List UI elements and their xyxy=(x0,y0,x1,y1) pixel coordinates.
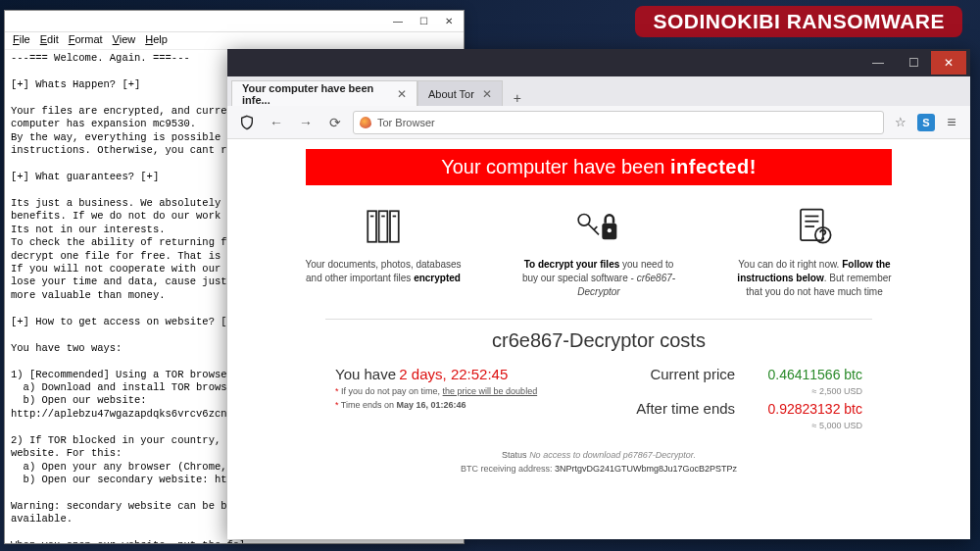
divider xyxy=(325,319,872,320)
svg-rect-11 xyxy=(801,210,823,241)
svg-point-10 xyxy=(608,228,612,232)
tor-onion-icon xyxy=(360,117,371,128)
banner-text-a: Your computer have been xyxy=(441,156,670,177)
countdown-row: You have 2 days, 22:52:45 xyxy=(335,366,574,382)
col-decrypt: To decrypt your files you need to buy ou… xyxy=(515,203,682,299)
forward-button[interactable]: → xyxy=(294,111,318,134)
btc-address: 3NPrtgvDG241GTUWbmg8Ju17GocB2PSTPz xyxy=(555,464,737,474)
maximize-button[interactable]: ☐ xyxy=(411,13,436,30)
tab-strip: Your computer have been infe... ✕ About … xyxy=(227,76,970,106)
col-instructions: You can do it right now. Follow the inst… xyxy=(731,203,898,299)
note-time: * Time ends on May 16, 01:26:46 xyxy=(335,400,574,417)
note2-bold: May 16, 01:26:46 xyxy=(397,400,466,410)
menu-format[interactable]: Format xyxy=(65,32,107,49)
menu-edit[interactable]: Edit xyxy=(36,32,63,49)
browser-window: — ☐ ✕ Your computer have been infe... ✕ … xyxy=(227,49,970,539)
menu-view[interactable]: View xyxy=(109,32,140,49)
reload-button[interactable]: ⟳ xyxy=(323,111,347,134)
status-footer: Status No access to download p67867-Decr… xyxy=(227,448,970,476)
note2-text: Time ends on xyxy=(339,400,397,410)
extension-icon[interactable]: S xyxy=(917,114,935,131)
current-price-value: 0.46411566 btc xyxy=(767,367,862,382)
document-question-icon xyxy=(731,203,898,250)
status-value: No access to download p67867-Decryptor. xyxy=(529,450,696,460)
key-lock-icon xyxy=(515,203,682,250)
note-pay: * If you do not pay on time, the price w… xyxy=(335,386,574,396)
url-bar[interactable]: Tor Browser xyxy=(353,111,884,134)
tab-about-tor[interactable]: About Tor ✕ xyxy=(417,80,503,106)
url-text: Tor Browser xyxy=(377,117,435,128)
menu-file[interactable]: File xyxy=(9,32,34,49)
countdown-value: 2 days, 22:52:45 xyxy=(399,366,508,382)
current-price-label: Current price xyxy=(650,366,735,382)
infected-banner: Your computer have been infected! xyxy=(306,149,892,185)
close-button[interactable]: ✕ xyxy=(931,51,966,75)
new-tab-button[interactable]: + xyxy=(503,90,532,106)
close-icon[interactable]: ✕ xyxy=(397,87,407,101)
server-icon xyxy=(300,203,466,250)
shield-icon[interactable] xyxy=(235,111,259,134)
youhave-label: You have xyxy=(335,366,396,382)
note1-text: If you do not pay on time, xyxy=(339,386,443,396)
btc-label: BTC receiving address: xyxy=(461,464,553,474)
notepad-titlebar[interactable]: — ☐ ✕ xyxy=(5,11,464,32)
tab-infected[interactable]: Your computer have been infe... ✕ xyxy=(231,80,417,106)
after-price-label: After time ends xyxy=(636,400,735,417)
hamburger-icon[interactable]: ≡ xyxy=(941,114,962,131)
close-icon[interactable]: ✕ xyxy=(482,87,492,101)
note1-underline: the price will be doubled xyxy=(443,386,538,396)
price-grid: You have 2 days, 22:52:45 Current price … xyxy=(227,366,970,440)
svg-line-8 xyxy=(594,226,597,229)
cost-title: cr6e867-Decryptor costs xyxy=(227,329,970,352)
bookmark-icon[interactable]: ☆ xyxy=(890,112,911,133)
svg-point-6 xyxy=(578,215,590,226)
current-price-usd: ≈ 2,500 USD xyxy=(623,386,862,396)
page-content: Your computer have been infected! Your d… xyxy=(227,139,970,539)
minimize-button[interactable]: — xyxy=(860,51,896,75)
col1-bold: encrypted xyxy=(414,273,461,283)
col-encrypted: Your documents, photos, databases and ot… xyxy=(300,203,466,299)
browser-toolbar: ← → ⟳ Tor Browser ☆ S ≡ xyxy=(227,106,970,139)
back-button[interactable]: ← xyxy=(265,111,288,134)
current-price-row: Current price 0.46411566 btc xyxy=(623,366,862,382)
tab-label: Your computer have been infe... xyxy=(242,82,389,106)
close-button[interactable]: ✕ xyxy=(436,13,462,30)
menu-help[interactable]: Help xyxy=(141,32,172,49)
watermark-badge: SODINOKIBI RANSOMWARE xyxy=(635,6,962,37)
notepad-menu: File Edit Format View Help xyxy=(5,32,464,50)
after-price-usd: ≈ 5,000 USD xyxy=(623,421,862,430)
info-columns: Your documents, photos, databases and ot… xyxy=(227,203,970,313)
status-label: Status xyxy=(502,450,527,460)
after-price-row: After time ends 0.92823132 btc xyxy=(623,400,862,417)
col2-bold: To decrypt your files xyxy=(524,259,620,270)
col3-text-a: You can do it right now. xyxy=(738,259,842,270)
minimize-button[interactable]: — xyxy=(385,13,411,30)
maximize-button[interactable]: ☐ xyxy=(896,51,931,75)
after-price-value: 0.92823132 btc xyxy=(767,401,862,417)
tab-label: About Tor xyxy=(428,88,474,100)
svg-point-16 xyxy=(822,238,823,239)
browser-titlebar[interactable]: — ☐ ✕ xyxy=(227,49,970,76)
banner-text-b: infected! xyxy=(670,156,757,177)
